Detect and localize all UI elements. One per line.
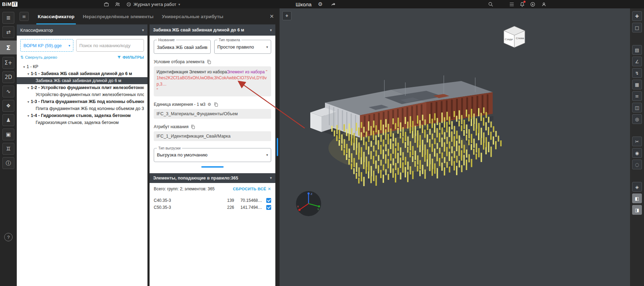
update-icon[interactable] — [528, 0, 537, 8]
history-icon[interactable] — [124, 0, 133, 8]
pan-tool-icon[interactable]: ✚ — [632, 11, 642, 21]
element-group-row[interactable]: С40.35-3 139 70.15468… — [154, 197, 271, 204]
axis-gizmo[interactable]: Z Y X — [295, 190, 322, 217]
search-input[interactable] — [76, 39, 144, 52]
classifier-header[interactable]: Классификатор ▾ — [17, 24, 147, 36]
group-checkbox[interactable] — [266, 205, 271, 210]
section-box-icon[interactable]: ◫ — [632, 103, 642, 112]
copy-icon[interactable] — [207, 59, 211, 64]
model-viewport[interactable]: ⌖ Сзади Слева Z Y X — [280, 8, 630, 286]
collapse-tree-link[interactable]: ⇅ Свернуть дерево — [20, 55, 57, 60]
unit-value[interactable]: IFC_3_Материалы_Фундаменты/Объем — [154, 109, 271, 119]
project-name[interactable]: Школа — [296, 0, 312, 8]
rule-header[interactable]: Забивка ЖБ свай забивная длиной до 6 м ▾ — [150, 24, 275, 36]
group-volume: 141.7494… — [234, 205, 262, 210]
charts-icon[interactable]: ∿ — [2, 86, 14, 97]
caret-expanded-icon[interactable]: ▾ — [26, 100, 31, 104]
levels-icon[interactable]: ≡ — [632, 91, 642, 101]
element-group-row[interactable]: С50.35-3 226 141.7494… — [154, 204, 271, 211]
tab-unallocated[interactable]: Нераспределённые элементы — [79, 8, 158, 24]
transparency-icon[interactable]: ◨ — [632, 205, 642, 215]
caret-expanded-icon[interactable]: ▾ — [26, 72, 31, 76]
measure-icon[interactable]: ∠ — [632, 57, 642, 66]
hide-element-icon[interactable]: ◌ — [632, 160, 642, 169]
view-2d-icon[interactable]: 2D — [2, 71, 14, 83]
copy-icon[interactable] — [214, 102, 218, 107]
share-icon[interactable] — [329, 0, 338, 8]
briefcase-icon[interactable] — [102, 0, 110, 8]
view-cube-right-label[interactable]: Слева — [516, 37, 524, 40]
close-icon[interactable]: ✕ — [269, 13, 274, 20]
tree-node-root[interactable]: ▾ 1 - КР — [20, 63, 144, 70]
tree-node-1-3[interactable]: ▾ 1-3 - Плита фундаментная ЖБ под колонн… — [20, 98, 144, 105]
notifications-bell-icon[interactable] — [518, 0, 526, 8]
list-menu-icon[interactable] — [507, 0, 516, 8]
tree-leaf[interactable]: Гидроизоляция стыков, заделка бетоном — [20, 119, 144, 126]
chevron-down-icon[interactable]: ▾ — [270, 28, 272, 32]
selection-box-icon[interactable]: □ — [632, 23, 642, 32]
focus-model-icon[interactable]: ◎ — [632, 114, 642, 124]
isolate-icon[interactable]: ◈ — [632, 182, 642, 192]
clash-icon[interactable]: ↯ — [632, 68, 642, 78]
tab-universal[interactable]: Универсальные атрибуты — [158, 8, 227, 24]
help-icon[interactable]: ? — [4, 233, 13, 241]
reset-all-button[interactable]: СБРОСИТЬ ВСЁ ✕ — [233, 186, 272, 191]
info-icon[interactable]: ⓘ — [2, 157, 14, 169]
tree-leaf-selected[interactable]: Забивка ЖБ свай забивная длиной до 6 м — [17, 77, 147, 84]
view-cube[interactable]: Сзади Слева — [500, 22, 528, 50]
app-logo: BiMiT — [2, 0, 17, 8]
search-icon[interactable] — [486, 0, 495, 8]
panel-scrollbar-horizontal[interactable] — [201, 166, 224, 168]
tree-node-1-4[interactable]: ▾ 1-4 - Гидроизоляция стыков, заделка бе… — [20, 112, 144, 119]
ghost-mode-icon[interactable]: ◧ — [632, 193, 642, 203]
user-account-icon[interactable] — [540, 0, 548, 8]
elements-header[interactable]: Элементы, попадающие в правило:365 ▾ — [150, 173, 275, 183]
chevron-down-icon[interactable]: ▾ — [142, 28, 144, 32]
tree-node-label: Устройство фундаментных плит железобетон… — [36, 92, 144, 97]
panel-menu-icon[interactable]: ≡ — [20, 12, 29, 21]
filters-button[interactable]: ФИЛЬТРЫ — [117, 55, 144, 60]
user-profile-icon[interactable]: ♟ — [2, 114, 14, 126]
tree-leaf[interactable]: Устройство фундаментных плит железобетон… — [20, 91, 144, 98]
condition-box[interactable]: Идентификация Элемент из набораЭлемент и… — [154, 66, 271, 96]
connections-icon[interactable]: ⇄ — [2, 26, 14, 38]
tree-leaf[interactable]: Плита фундаментная ЖБ под колонны объемо… — [20, 105, 144, 112]
tree-node-1-2[interactable]: ▾ 1-2 - Устройство фундаментных плит жел… — [20, 84, 144, 91]
tree-node-1-1[interactable]: ▾ 1-1 - Забивка ЖБ свай забивная длиной … — [20, 70, 144, 77]
estimate-plus-icon[interactable]: Σ+ — [2, 57, 14, 69]
attribute-value[interactable]: IFC_1_Идентификация_Свай/Марка — [154, 131, 271, 141]
export-type-select[interactable]: Тип выгрузки Выгрузка по умолчанию ▾ — [154, 148, 271, 162]
name-field-label: Название — [157, 38, 176, 42]
copy-icon[interactable] — [190, 124, 195, 129]
condition-set-link[interactable]: Элемент из набора — [227, 69, 265, 74]
estimate-sigma-icon[interactable]: Σ — [2, 42, 14, 53]
grid-icon[interactable]: ▦ — [632, 80, 642, 89]
unit-gear-icon[interactable]: ⚙ — [208, 102, 211, 107]
name-input[interactable] — [157, 45, 208, 50]
axis-y-label: Y — [317, 208, 319, 211]
classifier-file-select[interactable]: ВОРМ КР (59).gge ▾ — [20, 39, 73, 52]
focus-target-icon[interactable]: ⌖ — [282, 11, 291, 20]
rule-type-select[interactable]: Тип правила Простое правило ▾ — [214, 40, 271, 54]
caret-expanded-icon[interactable]: ▾ — [26, 114, 31, 118]
tab-classifier[interactable]: Классификатор — [34, 8, 79, 24]
gear-icon[interactable]: ⚙ — [318, 0, 323, 8]
view-cube-left-label[interactable]: Сзади — [505, 38, 513, 41]
axis-z-label: Z — [311, 192, 312, 196]
visibility-icon[interactable]: ◉ — [632, 148, 642, 158]
scrollbar-thumb[interactable] — [277, 138, 278, 156]
team-icon[interactable] — [113, 0, 122, 8]
caret-expanded-icon[interactable]: ▾ — [26, 86, 31, 90]
team-panel-icon[interactable]: ♊ — [2, 143, 14, 155]
tree-node-label: Гидроизоляция стыков, заделка бетоном — [36, 120, 119, 125]
model-tree-icon[interactable]: ≣ — [2, 12, 14, 24]
chevron-down-icon[interactable]: ▾ — [270, 176, 272, 180]
group-checkbox[interactable] — [266, 198, 271, 203]
appearance-icon[interactable]: ▤ — [632, 45, 642, 55]
journal-dropdown[interactable]: Журнал учета работ ▾ — [133, 0, 180, 8]
plugins-icon[interactable]: ❖ — [2, 100, 14, 112]
projects-icon[interactable]: ▣ — [2, 129, 14, 140]
clip-plane-icon[interactable]: ✂ — [632, 137, 642, 146]
caret-expanded-icon[interactable]: ▾ — [22, 65, 27, 69]
building-model[interactable] — [280, 8, 630, 286]
